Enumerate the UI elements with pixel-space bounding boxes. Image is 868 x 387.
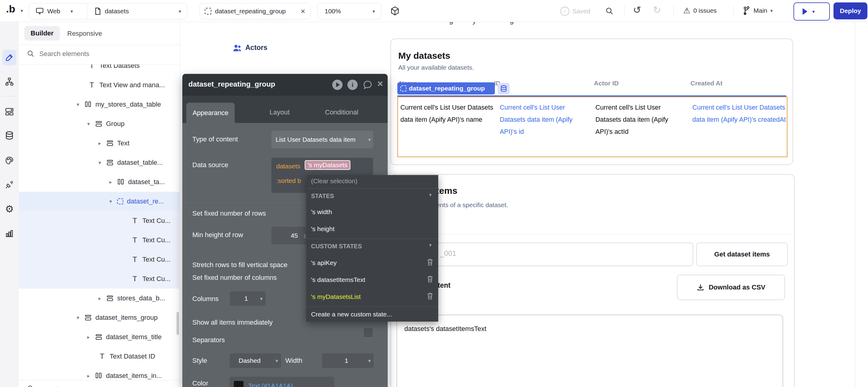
settings-gear-icon[interactable]: ⚙ (4, 204, 14, 214)
tab-responsive[interactable]: Responsive (67, 30, 102, 37)
plugins-plug-icon[interactable] (4, 180, 14, 190)
expand-arrow-icon[interactable]: ▸ (98, 295, 106, 301)
menu-section-states[interactable]: STATES (311, 193, 334, 199)
expression-text: datasets (276, 163, 300, 170)
collapse-arrow-icon[interactable]: ▾ (76, 101, 85, 108)
selected-element-chip[interactable]: dataset_repeating_group (397, 83, 495, 95)
expand-arrow-icon[interactable]: ▸ (87, 334, 95, 341)
chevron-down-icon[interactable]: ▾ (21, 8, 23, 13)
tree-scrollbar-thumb[interactable] (177, 312, 179, 335)
text-element-icon: T (131, 275, 139, 283)
tab-conditional[interactable]: Conditional (325, 108, 358, 116)
tree-item-text-dataset-id[interactable]: TText Dataset ID (19, 347, 180, 366)
expand-arrow-icon[interactable]: ▸ (109, 179, 117, 185)
repeating-group-outline[interactable]: Current cell's List User Datasets data i… (397, 97, 787, 157)
redo-icon[interactable]: ↻ (653, 4, 661, 16)
text-element-icon: T (98, 352, 106, 361)
expression-text-more: :sorted b (276, 177, 301, 185)
menu-section-custom-states[interactable]: CUSTOM STATES (311, 243, 362, 250)
menu-item-apikey[interactable]: 's apiKey (311, 259, 337, 266)
tab-layout[interactable]: Layout (270, 108, 289, 116)
collapse-arrow-icon[interactable]: ▾ (76, 315, 85, 321)
menu-item-width[interactable]: 's width (311, 208, 332, 216)
component-library-cube-icon[interactable] (390, 6, 400, 16)
menu-item-clear-selection[interactable]: (Clear selection) (311, 178, 358, 185)
tree-item-dataset-table[interactable]: ▾dataset_table... (19, 153, 180, 172)
trash-icon[interactable] (427, 292, 433, 300)
tree-item-dataset-repeating-group-selected[interactable]: ▾dataset_re... (19, 192, 180, 211)
deploy-button[interactable]: Deploy (834, 2, 867, 20)
database-icon[interactable] (4, 131, 14, 140)
chevron-down-icon: ▾ (260, 296, 262, 301)
bubble-logo[interactable]: b (6, 3, 15, 15)
tree-item-group[interactable]: ▾Group (19, 114, 180, 133)
collapse-arrow-icon[interactable]: ▾ (98, 160, 106, 166)
color-label: Color (192, 380, 208, 387)
stretch-rows-label: Stretch rows to fill vertical space (192, 261, 287, 269)
menu-item-create-custom-state[interactable]: Create a new custom state... (311, 311, 392, 318)
select-value: Dashed (239, 357, 260, 364)
comment-icon[interactable] (363, 80, 373, 89)
dataset-content-box[interactable]: datasets's datasetItemsText (397, 315, 783, 387)
issues-indicator[interactable]: ⚠ 0 issues (683, 6, 717, 15)
info-icon[interactable]: i (347, 79, 358, 90)
search-elements-input[interactable] (39, 49, 155, 59)
expand-arrow-icon[interactable]: ▸ (98, 140, 106, 147)
selected-expression-token[interactable]: 's myDatasets (305, 160, 350, 170)
nav-item-actors[interactable]: Actors (232, 43, 268, 52)
tree-item-dataset-ta[interactable]: ▸dataset_ta... (19, 172, 180, 192)
type-of-content-select[interactable]: List User Datasets data item ▾ (271, 131, 373, 149)
page-label: datasets (105, 7, 129, 15)
styles-palette-icon[interactable] (4, 156, 14, 165)
pages-sitemap-icon[interactable] (4, 77, 14, 87)
expand-arrow-icon[interactable]: ▸ (87, 373, 95, 379)
components-icon[interactable] (4, 106, 14, 116)
tree-item-text-cu[interactable]: TText Cu... (19, 230, 180, 250)
monitor-icon (36, 7, 43, 15)
tree-item-stores-data-b[interactable]: ▸stores_data_b... (19, 289, 180, 308)
trash-icon[interactable] (427, 259, 433, 266)
tree-item-text-cu[interactable]: TText Cu... (19, 269, 180, 289)
branch-selector[interactable]: Main ▾ (743, 6, 773, 15)
tree-item-text[interactable]: ▸Text (19, 133, 180, 153)
menu-item-height[interactable]: 's height (311, 225, 335, 232)
page-selector[interactable]: datasets ▾ (87, 3, 187, 19)
tree-item-text-view[interactable]: TText View and mana... (19, 75, 180, 95)
mode-selector[interactable]: Web ▾ (29, 3, 87, 19)
collapse-arrow-icon[interactable]: ▾ (109, 198, 117, 205)
tree-item-dataset-items-group[interactable]: ▾dataset_items_group (19, 308, 180, 327)
preview-button[interactable]: ▾ (794, 2, 830, 21)
open-element-tab[interactable]: dataset_repeating_group × (199, 3, 310, 20)
tree-item-dataset-items-in[interactable]: ▸dataset_items_in... (19, 366, 180, 380)
menu-item-mydatasetslist[interactable]: 's myDatasetsList (311, 293, 361, 300)
zoom-selector[interactable]: 100% ▾ (317, 3, 381, 20)
collapse-arrow-icon[interactable]: ▾ (87, 121, 95, 127)
style-select[interactable]: Dashed ▾ (229, 353, 281, 368)
property-panel-titlebar[interactable]: dataset_repeating_group i × (182, 74, 388, 96)
tree-item-my-stores-data-table[interactable]: ▾my_stores_data_table (19, 95, 180, 114)
tree-item-dataset-items-title[interactable]: ▸dataset_items_title (19, 327, 180, 347)
close-icon[interactable]: × (377, 78, 383, 89)
logs-chart-icon[interactable] (4, 228, 14, 238)
data-source-chip[interactable] (498, 83, 510, 95)
get-dataset-items-button[interactable]: Get dataset items (696, 243, 788, 266)
tree-item-text-cu[interactable]: TText Cu... (19, 250, 180, 269)
dataset-id-input[interactable]: _001 (397, 243, 693, 266)
menu-item-datasetitemstext[interactable]: 's datasetItemsText (311, 276, 365, 284)
color-picker[interactable]: Text (#1A1A1A) (229, 377, 334, 387)
download-csv-button[interactable]: Download as CSV (677, 275, 785, 300)
search-assets-input[interactable] (39, 384, 155, 387)
undo-icon[interactable]: ↺ (633, 4, 641, 16)
tab-builder[interactable]: Builder (24, 26, 60, 40)
width-select[interactable]: 1 ▾ (322, 353, 374, 368)
tree-item-text-datasets[interactable]: TText Datasets (19, 65, 180, 75)
columns-select[interactable]: 1 ▾ (230, 291, 266, 306)
trash-icon[interactable] (427, 276, 433, 283)
search-icon[interactable] (605, 7, 614, 15)
close-icon[interactable]: × (301, 7, 305, 16)
design-pencil-icon[interactable] (4, 53, 14, 62)
show-all-checkbox[interactable] (364, 328, 373, 337)
tab-appearance[interactable]: Appearance (186, 103, 235, 123)
tree-item-text-cu[interactable]: TText Cu... (19, 211, 180, 230)
preview-play-icon[interactable] (332, 79, 343, 90)
